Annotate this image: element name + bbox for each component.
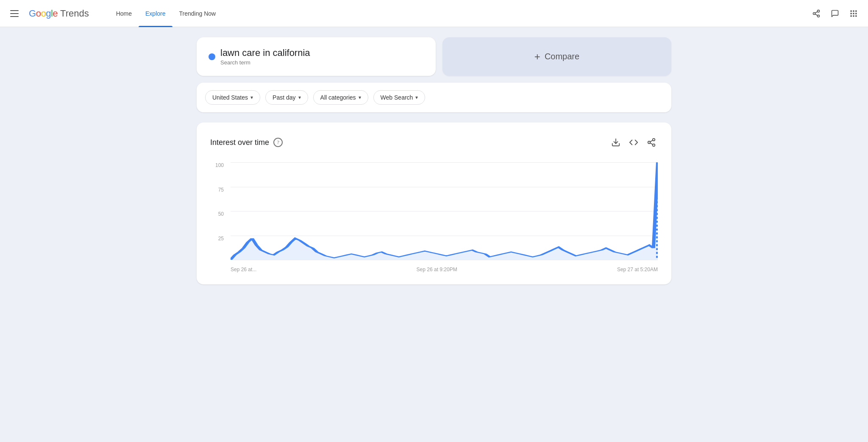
time-filter[interactable]: Past day ▾ <box>265 90 308 105</box>
search-term-label: Search term <box>220 59 310 66</box>
message-button[interactable] <box>827 6 843 21</box>
main-nav: Home Explore Trending Now <box>109 0 223 27</box>
svg-rect-6 <box>853 10 854 11</box>
logo-trends-text: Trends <box>60 8 89 19</box>
y-label-50: 50 <box>210 211 227 217</box>
apps-icon <box>849 9 858 18</box>
nav-explore[interactable]: Explore <box>139 0 172 27</box>
time-filter-arrow: ▾ <box>298 95 301 100</box>
svg-rect-13 <box>855 15 857 17</box>
svg-rect-8 <box>851 13 852 14</box>
compare-plus-icon: + <box>534 51 540 63</box>
download-icon <box>611 138 620 147</box>
region-filter-arrow: ▾ <box>250 95 253 100</box>
region-filter[interactable]: United States ▾ <box>205 90 260 105</box>
nav-trending-now[interactable]: Trending Now <box>172 0 223 27</box>
menu-button[interactable] <box>7 7 22 20</box>
region-filter-label: United States <box>212 94 248 101</box>
x-label-start: Sep 26 at... <box>231 267 256 272</box>
search-dot <box>209 53 215 60</box>
search-row: lawn care in california Search term + Co… <box>197 37 671 76</box>
svg-rect-9 <box>853 13 854 14</box>
message-icon <box>831 9 839 18</box>
search-type-filter[interactable]: Web Search ▾ <box>373 90 426 105</box>
search-type-filter-arrow: ▾ <box>415 95 418 100</box>
svg-line-18 <box>650 143 653 145</box>
logo-google-text: Google <box>29 8 58 19</box>
chart-actions <box>609 136 658 149</box>
search-type-filter-label: Web Search <box>381 94 413 101</box>
category-filter-arrow: ▾ <box>359 95 361 100</box>
chart-share-button[interactable] <box>645 136 658 149</box>
download-button[interactable] <box>609 136 622 149</box>
chart-share-icon <box>647 138 656 147</box>
svg-rect-11 <box>851 15 852 17</box>
category-filter[interactable]: All categories ▾ <box>313 90 368 105</box>
google-trends-logo[interactable]: Google Trends <box>29 8 89 19</box>
svg-line-3 <box>815 14 818 15</box>
compare-label: Compare <box>545 52 579 61</box>
header: Google Trends Home Explore Trending Now <box>0 0 868 27</box>
x-axis-labels: Sep 26 at... Sep 26 at 9:20PM Sep 27 at … <box>231 261 658 272</box>
grid-line-0 <box>231 260 658 260</box>
chart-header: Interest over time ? <box>210 136 658 149</box>
chart-title-group: Interest over time ? <box>210 138 283 147</box>
search-card: lawn care in california Search term <box>197 37 436 76</box>
search-term: lawn care in california <box>220 47 310 58</box>
svg-rect-5 <box>851 10 852 11</box>
x-label-mid: Sep 26 at 9:20PM <box>417 267 457 272</box>
nav-home[interactable]: Home <box>109 0 139 27</box>
svg-rect-12 <box>853 15 854 17</box>
category-filter-label: All categories <box>320 94 356 101</box>
header-right <box>809 6 861 21</box>
svg-line-4 <box>815 11 818 13</box>
chart-title: Interest over time <box>210 138 269 147</box>
help-button[interactable]: ? <box>273 138 283 147</box>
share-button[interactable] <box>809 6 824 21</box>
y-label-25: 25 <box>210 236 227 242</box>
share-icon <box>812 9 821 18</box>
embed-icon <box>629 138 638 147</box>
hamburger-icon <box>10 10 19 17</box>
chart-card: Interest over time ? <box>197 122 671 284</box>
search-text-group: lawn care in california Search term <box>220 47 310 66</box>
y-label-75: 75 <box>210 187 227 193</box>
chart-inner <box>231 162 658 260</box>
svg-rect-7 <box>855 10 857 11</box>
embed-button[interactable] <box>627 136 640 149</box>
y-label-100: 100 <box>210 162 227 168</box>
y-axis-labels: 100 75 50 25 <box>210 162 227 260</box>
header-left: Google Trends Home Explore Trending Now <box>7 0 223 27</box>
svg-rect-10 <box>855 13 857 14</box>
svg-line-19 <box>650 140 653 142</box>
x-label-end: Sep 27 at 5:20AM <box>617 267 658 272</box>
chart-svg <box>231 162 658 260</box>
compare-card[interactable]: + Compare <box>442 37 671 76</box>
apps-button[interactable] <box>846 6 861 21</box>
chart-area: 100 75 50 25 <box>210 162 658 272</box>
filter-row: United States ▾ Past day ▾ All categorie… <box>197 83 671 112</box>
time-filter-label: Past day <box>273 94 295 101</box>
main-content: lawn care in california Search term + Co… <box>180 27 688 295</box>
